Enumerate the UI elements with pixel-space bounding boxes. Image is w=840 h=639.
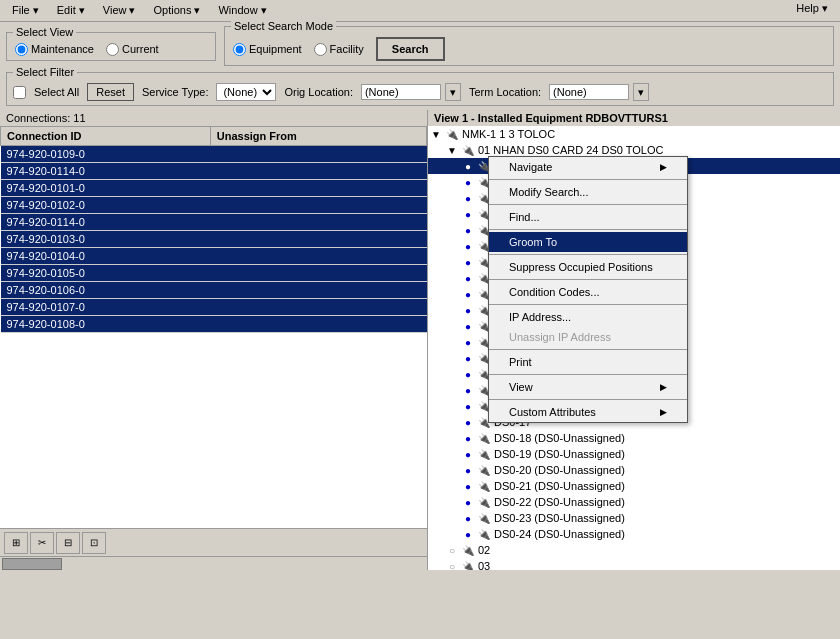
radio-current-input[interactable]: [106, 43, 119, 56]
table-row[interactable]: 974-920-0114-0: [1, 163, 427, 180]
context-menu-item[interactable]: Suppress Occupied Positions: [489, 257, 687, 277]
tree-item-label: 02: [476, 544, 490, 556]
cell-connection-id: 974-920-0104-0: [1, 248, 211, 265]
cell-connection-id: 974-920-0103-0: [1, 231, 211, 248]
table-row[interactable]: 974-920-0103-0: [1, 231, 427, 248]
term-location-input[interactable]: [549, 84, 629, 100]
select-all-checkbox[interactable]: [13, 86, 26, 99]
radio-equipment-input[interactable]: [233, 43, 246, 56]
tree-expand-icon: ●: [460, 209, 476, 220]
tree-expand-icon: ○: [444, 561, 460, 571]
cell-connection-id: 974-920-0114-0: [1, 214, 211, 231]
context-menu-item[interactable]: Condition Codes...: [489, 282, 687, 302]
context-menu-item[interactable]: Navigate▶: [489, 157, 687, 177]
table-row[interactable]: 974-920-0101-0: [1, 180, 427, 197]
table-row[interactable]: 974-920-0106-0: [1, 282, 427, 299]
tree-item-label: DS0-19 (DS0-Unassigned): [492, 448, 625, 460]
tree-container[interactable]: ▼ 🔌 NMK-1 1 3 TOLOC ▼ 🔌 01 NHAN DS0 CARD…: [428, 126, 840, 570]
toolbar-btn-3[interactable]: ⊟: [56, 532, 80, 554]
table-row[interactable]: 974-920-0104-0: [1, 248, 427, 265]
tree-item[interactable]: ● 🔌 DS0-22 (DS0-Unassigned): [428, 494, 840, 510]
menu-options[interactable]: Options ▾: [146, 2, 209, 19]
radio-maintenance-input[interactable]: [15, 43, 28, 56]
radio-maintenance[interactable]: Maintenance: [15, 43, 94, 56]
tree-item-label: DS0-18 (DS0-Unassigned): [492, 432, 625, 444]
table-row[interactable]: 974-920-0102-0: [1, 197, 427, 214]
cell-unassign: [210, 180, 426, 197]
toolbar-btn-4[interactable]: ⊡: [82, 532, 106, 554]
radio-facility[interactable]: Facility: [314, 43, 364, 56]
tree-item[interactable]: ○ 🔌 02: [428, 542, 840, 558]
table-row[interactable]: 974-920-0108-0: [1, 316, 427, 333]
bottom-toolbar: ⊞ ✂ ⊟ ⊡: [0, 528, 427, 556]
table-row[interactable]: 974-920-0107-0: [1, 299, 427, 316]
tree-item[interactable]: ● 🔌 DS0-19 (DS0-Unassigned): [428, 446, 840, 462]
menu-edit[interactable]: Edit ▾: [49, 2, 93, 19]
select-view-label: Select View: [13, 26, 76, 38]
ctx-item-label: Condition Codes...: [509, 286, 600, 298]
menu-help[interactable]: Help ▾: [788, 0, 836, 16]
left-panel: Connections: 11 Connection ID Unassign F…: [0, 110, 428, 570]
orig-location-dropdown[interactable]: ▾: [445, 83, 461, 101]
cell-unassign: [210, 316, 426, 333]
context-menu-separator: [489, 304, 687, 305]
context-menu-item[interactable]: Custom Attributes▶: [489, 402, 687, 422]
tree-item[interactable]: ● 🔌 DS0-24 (DS0-Unassigned): [428, 526, 840, 542]
ctx-submenu-arrow: ▶: [660, 407, 667, 417]
context-menu-separator: [489, 349, 687, 350]
radio-facility-input[interactable]: [314, 43, 327, 56]
menu-window[interactable]: Window ▾: [210, 2, 274, 19]
connections-table-container[interactable]: Connection ID Unassign From 974-920-0109…: [0, 126, 427, 528]
context-menu-item[interactable]: Groom To: [489, 232, 687, 252]
tree-item[interactable]: ● 🔌 DS0-18 (DS0-Unassigned): [428, 430, 840, 446]
menu-file[interactable]: File ▾: [4, 2, 47, 19]
term-location-dropdown[interactable]: ▾: [633, 83, 649, 101]
search-mode-radio-group: Equipment Facility: [233, 43, 364, 56]
table-row[interactable]: 974-920-0109-0: [1, 146, 427, 163]
tree-expand-icon: ●: [460, 193, 476, 204]
cell-unassign: [210, 231, 426, 248]
ctx-item-label: IP Address...: [509, 311, 571, 323]
context-menu-item[interactable]: Find...: [489, 207, 687, 227]
connections-header: Connections: 11: [0, 110, 427, 126]
col-header-unassign: Unassign From: [210, 127, 426, 146]
tree-expand-icon: ●: [460, 353, 476, 364]
orig-location-input[interactable]: [361, 84, 441, 100]
radio-equipment[interactable]: Equipment: [233, 43, 302, 56]
radio-current[interactable]: Current: [106, 43, 159, 56]
tree-expand-icon: ●: [460, 161, 476, 172]
context-menu-item[interactable]: Modify Search...: [489, 182, 687, 202]
reset-button[interactable]: Reset: [87, 83, 134, 101]
service-type-select[interactable]: (None): [216, 83, 276, 101]
menu-view[interactable]: View ▾: [95, 2, 144, 19]
toolbar-btn-2[interactable]: ✂: [30, 532, 54, 554]
context-menu-item[interactable]: Print: [489, 352, 687, 372]
search-button[interactable]: Search: [376, 37, 445, 61]
horizontal-scrollbar[interactable]: [0, 556, 427, 570]
search-mode-label: Select Search Mode: [231, 20, 336, 32]
tree-expand-icon: ●: [460, 225, 476, 236]
tree-item[interactable]: ● 🔌 DS0-23 (DS0-Unassigned): [428, 510, 840, 526]
cell-connection-id: 974-920-0109-0: [1, 146, 211, 163]
context-menu-separator: [489, 374, 687, 375]
context-menu-item[interactable]: IP Address...: [489, 307, 687, 327]
tree-item-label: 03: [476, 560, 490, 570]
tree-item-label: DS0-22 (DS0-Unassigned): [492, 496, 625, 508]
toolbar-btn-1[interactable]: ⊞: [4, 532, 28, 554]
table-row[interactable]: 974-920-0105-0: [1, 265, 427, 282]
cell-unassign: [210, 299, 426, 316]
tree-item[interactable]: ● 🔌 DS0-21 (DS0-Unassigned): [428, 478, 840, 494]
tree-expand-icon: ●: [460, 465, 476, 476]
tree-item[interactable]: ● 🔌 DS0-20 (DS0-Unassigned): [428, 462, 840, 478]
tree-expand-icon: ●: [460, 497, 476, 508]
table-row[interactable]: 974-920-0114-0: [1, 214, 427, 231]
scroll-thumb[interactable]: [2, 558, 62, 570]
search-mode-group: Select Search Mode Equipment Facility Se…: [224, 26, 834, 66]
tree-expand-icon: ●: [460, 417, 476, 428]
filter-area: Select Filter Select All Reset Service T…: [0, 70, 840, 110]
top-controls: Select View Maintenance Current Select S…: [0, 22, 840, 70]
context-menu-item[interactable]: View▶: [489, 377, 687, 397]
connections-table: Connection ID Unassign From 974-920-0109…: [0, 126, 427, 333]
tree-item[interactable]: ▼ 🔌 NMK-1 1 3 TOLOC: [428, 126, 840, 142]
tree-item[interactable]: ○ 🔌 03: [428, 558, 840, 570]
